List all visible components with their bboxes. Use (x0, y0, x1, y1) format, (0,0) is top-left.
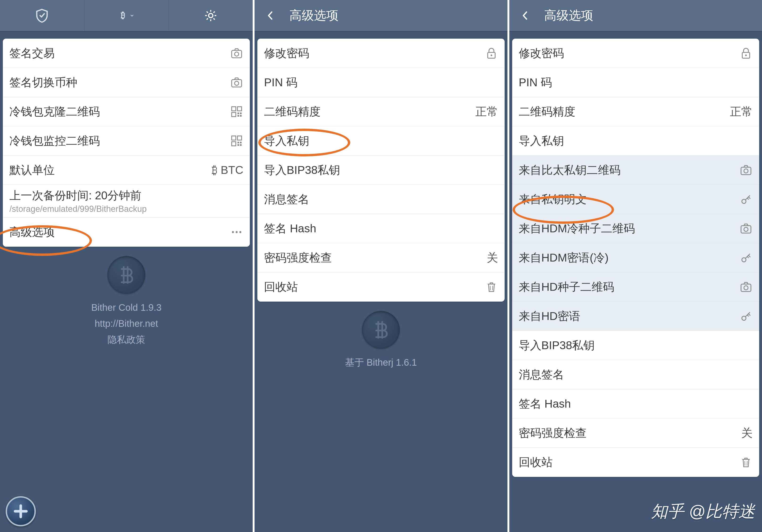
key-icon (739, 193, 753, 206)
camera-icon (739, 222, 753, 235)
engine-version: 基于 Bitherj 1.6.1 (345, 354, 417, 370)
bitcoin-icon (117, 10, 129, 21)
row-label: 导入私钥 (264, 133, 498, 149)
back-button[interactable] (255, 0, 286, 31)
list-item[interactable]: 导入BIP38私钥 (258, 156, 504, 185)
list-item[interactable]: 二维码精度正常 (258, 97, 504, 126)
row-value: 正常 (730, 104, 753, 119)
row-label: 回收站 (264, 279, 485, 295)
watermark: 知乎 @比特迷 (651, 500, 755, 523)
list-item[interactable]: 导入私钥 (258, 126, 504, 156)
back-button[interactable] (509, 0, 541, 31)
row-label: 冷钱包克隆二维码 (9, 104, 230, 119)
row-label: 修改密码 (519, 46, 739, 61)
list-item[interactable]: 密码强度检查关 (512, 419, 759, 448)
row-label: 来自HD密语 (519, 309, 739, 324)
list-item[interactable]: PIN 码 (512, 68, 759, 97)
privacy-link[interactable]: 隐私政策 (91, 331, 161, 348)
screen-advanced-expanded: 高级选项 修改密码PIN 码二维码精度正常导入私钥来自比太私钥二维码来自私钥明文… (509, 0, 762, 532)
row-label: 签名 Hash (264, 221, 498, 236)
chevron-left-icon (519, 10, 531, 21)
header-bar (0, 0, 253, 32)
list-item[interactable]: 默认单位₿ BTC (3, 156, 250, 185)
row-label: 签名 Hash (519, 396, 753, 411)
key-icon (739, 309, 753, 323)
chevron-left-icon (265, 10, 276, 21)
list-item[interactable]: 冷钱包监控二维码 (3, 126, 250, 156)
tab-settings[interactable] (169, 0, 253, 31)
list-item[interactable]: 来自HD密语 (512, 301, 759, 331)
list-item[interactable]: 签名交易 (3, 38, 250, 68)
add-button[interactable] (6, 496, 36, 526)
row-label: 默认单位 (9, 163, 212, 178)
row-label: 消息签名 (264, 192, 498, 207)
footer-area: Bither Cold 1.9.3 http://Bither.net 隐私政策 (0, 247, 253, 532)
row-label: 消息签名 (519, 367, 753, 382)
row-label: 密码强度检查 (264, 250, 487, 265)
tab-bitcoin[interactable] (84, 0, 169, 31)
row-label: PIN 码 (264, 75, 498, 90)
list-item[interactable]: 上一次备份时间: 20分钟前/storage/emulated/999/Bith… (3, 185, 250, 218)
row-label: 来自HDM冷种子二维码 (519, 221, 739, 236)
row-label: 冷钱包监控二维码 (9, 133, 230, 149)
row-label: 来自比太私钥二维码 (519, 163, 739, 178)
plus-icon (13, 503, 29, 519)
list-item[interactable]: PIN 码 (258, 68, 504, 97)
list-item[interactable]: 导入BIP38私钥 (512, 331, 759, 360)
app-logo (108, 256, 145, 294)
qr-icon (230, 105, 243, 118)
list-item[interactable]: 来自HDM密语(冷) (512, 243, 759, 272)
list-item[interactable]: 二维码精度正常 (512, 97, 759, 126)
list-item[interactable]: 来自HDM冷种子二维码 (512, 214, 759, 243)
list-item[interactable]: 来自HD种子二维码 (512, 272, 759, 301)
row-value: 关 (741, 426, 753, 440)
list-item[interactable]: 来自比太私钥二维码 (512, 156, 759, 185)
shield-icon (35, 8, 49, 23)
row-label: 导入BIP38私钥 (264, 163, 498, 178)
row-label: 密码强度检查 (519, 426, 741, 440)
list-item[interactable]: 修改密码 (512, 38, 759, 68)
header-bar: 高级选项 (509, 0, 762, 32)
list-item[interactable]: 回收站 (258, 272, 504, 301)
trash-icon (485, 280, 498, 294)
row-label: 来自私钥明文 (519, 192, 739, 207)
row-label: 来自HD种子二维码 (519, 279, 739, 295)
list-item[interactable]: 密码强度检查关 (258, 243, 504, 272)
list-item[interactable]: 高级选项 (3, 218, 250, 247)
chevron-down-icon (129, 12, 135, 19)
screen-main: 签名交易签名切换币种冷钱包克隆二维码冷钱包监控二维码默认单位₿ BTC上一次备份… (0, 0, 255, 532)
row-value: 关 (487, 250, 498, 265)
list-item[interactable]: 来自私钥明文 (512, 185, 759, 214)
row-label: 来自HDM密语(冷) (519, 250, 739, 265)
camera-icon (739, 164, 753, 177)
row-label: 二维码精度 (264, 104, 475, 119)
app-url[interactable]: http://Bither.net (91, 315, 161, 331)
camera-icon (230, 47, 243, 60)
dots-icon (230, 226, 243, 239)
list-item[interactable]: 消息签名 (258, 185, 504, 214)
row-label: 回收站 (519, 455, 739, 470)
qr-icon (230, 134, 243, 148)
list-item[interactable]: 签名切换币种 (3, 68, 250, 97)
list-item[interactable]: 签名 Hash (512, 389, 759, 419)
list-item[interactable]: 签名 Hash (258, 214, 504, 243)
list-item[interactable]: 导入私钥 (512, 126, 759, 156)
page-title: 高级选项 (286, 7, 507, 24)
row-label: 修改密码 (264, 46, 485, 61)
advanced-expanded-list: 修改密码PIN 码二维码精度正常导入私钥来自比太私钥二维码来自私钥明文来自HDM… (512, 38, 759, 477)
row-value: ₿ BTC (212, 164, 243, 176)
list-item[interactable]: 冷钱包克隆二维码 (3, 97, 250, 126)
camera-icon (739, 280, 753, 294)
tab-shield[interactable] (0, 0, 84, 31)
row-label: 签名交易 (9, 46, 230, 61)
key-icon (739, 251, 753, 264)
app-logo (362, 311, 400, 349)
row-label: 高级选项 (9, 225, 230, 239)
list-item[interactable]: 修改密码 (258, 38, 504, 68)
row-label: 签名切换币种 (9, 75, 230, 90)
list-item[interactable]: 回收站 (512, 448, 759, 477)
header-bar: 高级选项 (255, 0, 507, 32)
footer-area: 基于 Bitherj 1.6.1 (255, 301, 507, 532)
page-title: 高级选项 (541, 7, 762, 24)
list-item[interactable]: 消息签名 (512, 360, 759, 389)
